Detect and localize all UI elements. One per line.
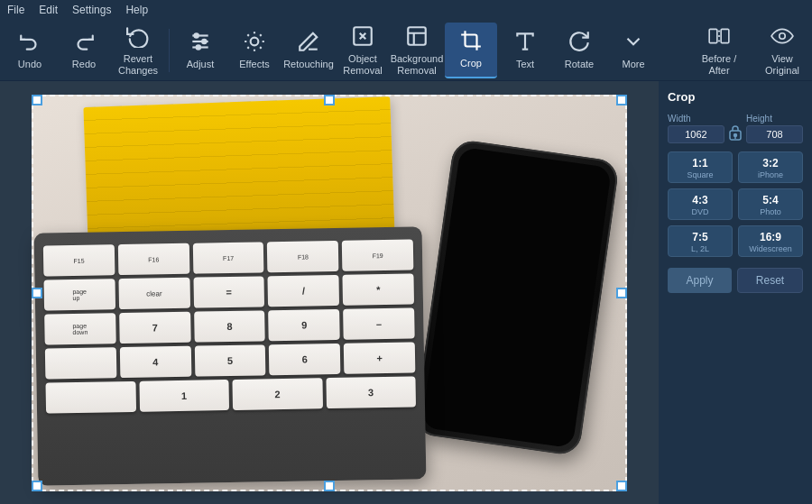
svg-rect-8 [408,28,426,46]
ratio-16-9[interactable]: 16:9 Widescreen [738,225,803,257]
actions-row: Apply Reset [668,268,803,293]
text-icon [513,30,537,57]
crop-icon [459,29,483,56]
keyboard: F15 F16 F17 F18 F19 pageup clear = / * [34,226,427,485]
ratio-4-3-name: DVD [691,207,708,216]
toolbar: Undo Redo RevertChanges [0,20,812,81]
phone [413,138,620,456]
redo-label: Redo [72,59,96,69]
revert-icon [126,24,150,51]
menu-help[interactable]: Help [125,4,148,16]
undo-button[interactable]: Undo [4,23,56,78]
more-label: More [622,59,644,69]
redo-icon [72,30,96,57]
menu-edit[interactable]: Edit [39,4,58,16]
svg-rect-12 [721,30,729,43]
text-label: Text [516,59,534,69]
ratio-1-1-name: Square [687,170,713,179]
toolbar-sep-1 [169,29,170,72]
width-label: Width [668,114,724,124]
right-panel: Crop Width Height 1: [659,81,812,504]
bg-removal-button[interactable]: BackgroundRemoval [391,23,443,78]
view-original-button[interactable]: ViewOriginal [756,23,808,78]
svg-point-5 [197,46,200,50]
svg-rect-11 [709,30,717,43]
width-group: Width [668,114,724,143]
svg-point-1 [195,34,198,38]
adjust-label: Adjust [187,59,215,69]
ratio-1-1-value: 1:1 [692,157,707,170]
ratio-16-9-value: 16:9 [760,231,781,243]
apply-button[interactable]: Apply [668,268,732,293]
photo-scene: F15 F16 F17 F18 F19 pageup clear = / * [32,95,627,491]
ratio-4-3[interactable]: 4:3 DVD [668,188,733,220]
crop-button[interactable]: Crop [445,23,497,78]
revert-button[interactable]: RevertChanges [112,23,164,78]
undo-label: Undo [18,59,42,69]
bg-removal-icon [405,24,429,51]
retouching-button[interactable]: Retouching [282,23,335,78]
menu-settings[interactable]: Settings [72,4,111,16]
svg-point-6 [251,38,259,46]
more-button[interactable]: More [607,23,660,78]
reset-button[interactable]: Reset [737,268,803,293]
before-after-button[interactable]: Before /After [684,23,754,78]
bg-removal-label: BackgroundRemoval [391,53,444,75]
menu-file[interactable]: File [7,4,24,16]
more-icon [622,30,645,57]
yellow-block [83,96,394,247]
height-label: Height [746,114,803,124]
height-group: Height [746,114,803,143]
crop-label: Crop [460,58,482,69]
ratio-7-5-name: L, 2L [691,244,709,253]
panel-title: Crop [668,90,803,104]
canvas-area[interactable]: F15 F16 F17 F18 F19 pageup clear = / * [0,81,659,504]
undo-icon [18,30,42,57]
ratio-grid: 1:1 Square 3:2 iPhone 4:3 DVD 5:4 Photo … [668,151,803,257]
photo-container: F15 F16 F17 F18 F19 pageup clear = / * [32,95,627,491]
ratio-3-2-value: 3:2 [762,157,778,170]
object-removal-icon [351,24,374,51]
svg-point-16 [780,33,786,40]
ratio-16-9-name: Widescreen [749,244,792,253]
text-button[interactable]: Text [499,23,551,78]
link-dimensions-icon[interactable] [728,124,743,144]
before-after-icon [707,24,731,51]
rotate-label: Rotate [565,59,594,69]
effects-label: Effects [239,59,269,69]
ratio-3-2[interactable]: 3:2 iPhone [738,151,803,183]
retouching-label: Retouching [283,59,334,69]
adjust-button[interactable]: Adjust [174,23,226,78]
retouching-icon [297,30,320,57]
menu-bar: File Edit Settings Help [0,0,812,20]
object-removal-label: ObjectRemoval [343,53,382,75]
ratio-4-3-value: 4:3 [692,194,707,206]
rotate-icon [567,30,591,57]
adjust-icon [189,30,212,57]
rotate-button[interactable]: Rotate [553,23,605,78]
svg-point-18 [734,134,737,137]
dimension-row: Width Height [668,113,803,144]
effects-button[interactable]: Effects [228,23,281,78]
main-area: F15 F16 F17 F18 F19 pageup clear = / * [0,81,812,504]
ratio-7-5-value: 7:5 [692,231,707,243]
ratio-5-4-value: 5:4 [762,194,778,206]
width-input[interactable] [668,125,724,143]
height-input[interactable] [746,125,803,143]
ratio-5-4-name: Photo [760,207,781,216]
object-removal-button[interactable]: ObjectRemoval [337,23,389,78]
ratio-7-5[interactable]: 7:5 L, 2L [668,225,733,257]
redo-button[interactable]: Redo [58,23,110,78]
ratio-1-1[interactable]: 1:1 Square [668,151,733,183]
revert-label: RevertChanges [118,53,158,75]
effects-icon [243,30,266,57]
before-after-label: Before /After [702,53,737,75]
ratio-3-2-name: iPhone [758,170,783,179]
ratio-5-4[interactable]: 5:4 Photo [738,188,803,220]
view-original-icon [770,24,794,51]
svg-point-3 [202,40,206,43]
view-original-label: ViewOriginal [765,53,799,75]
